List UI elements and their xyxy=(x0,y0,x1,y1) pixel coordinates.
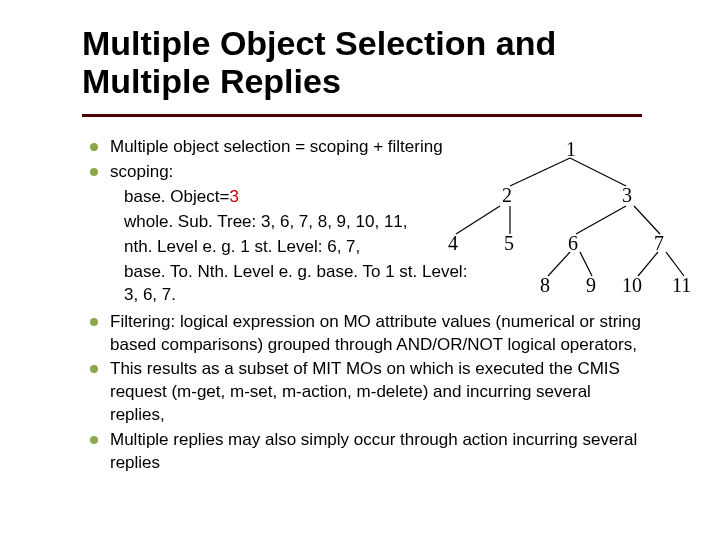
tree-node-3: 3 xyxy=(622,184,632,207)
bullet-5: Multiple replies may also simply occur t… xyxy=(90,429,650,475)
sub-bullet-3: nth. Level e. g. 1 st. Level: 6, 7, xyxy=(124,236,444,259)
svg-line-7 xyxy=(580,252,592,276)
bullet-text: Multiple replies may also simply occur t… xyxy=(110,429,650,475)
tree-node-11: 11 xyxy=(672,274,691,297)
title-underline xyxy=(82,114,642,117)
svg-line-8 xyxy=(638,252,658,276)
svg-line-0 xyxy=(510,158,570,186)
sub-bullet-2: whole. Sub. Tree: 3, 6, 7, 8, 9, 10, 11, xyxy=(124,211,444,234)
bullet-text: This results as a subset of MIT MOs on w… xyxy=(110,358,650,427)
tree-node-6: 6 xyxy=(568,232,578,255)
slide-title: Multiple Object Selection and Multiple R… xyxy=(82,24,642,100)
sub-bullet-4: base. To. Nth. Level e. g. base. To 1 st… xyxy=(124,261,484,307)
tree-node-5: 5 xyxy=(504,232,514,255)
bullet-icon xyxy=(90,318,98,326)
tree-node-4: 4 xyxy=(448,232,458,255)
sub-text-highlight: 3 xyxy=(229,187,238,206)
svg-line-9 xyxy=(666,252,684,276)
tree-node-7: 7 xyxy=(654,232,664,255)
svg-line-2 xyxy=(456,206,500,234)
svg-line-5 xyxy=(634,206,660,234)
tree-node-1: 1 xyxy=(566,138,576,161)
tree-diagram: 1 2 3 4 5 6 7 8 9 10 11 xyxy=(440,136,700,336)
tree-node-2: 2 xyxy=(502,184,512,207)
svg-line-4 xyxy=(576,206,626,234)
tree-node-8: 8 xyxy=(540,274,550,297)
bullet-icon xyxy=(90,168,98,176)
bullet-icon xyxy=(90,436,98,444)
bullet-icon xyxy=(90,365,98,373)
svg-line-6 xyxy=(548,252,570,276)
bullet-4: This results as a subset of MIT MOs on w… xyxy=(90,358,650,427)
sub-text-prefix: base. Object= xyxy=(124,187,229,206)
sub-bullet-1: base. Object=3 xyxy=(124,186,444,209)
bullet-icon xyxy=(90,143,98,151)
tree-node-10: 10 xyxy=(622,274,642,297)
svg-line-1 xyxy=(570,158,626,186)
tree-node-9: 9 xyxy=(586,274,596,297)
slide: Multiple Object Selection and Multiple R… xyxy=(0,0,720,540)
